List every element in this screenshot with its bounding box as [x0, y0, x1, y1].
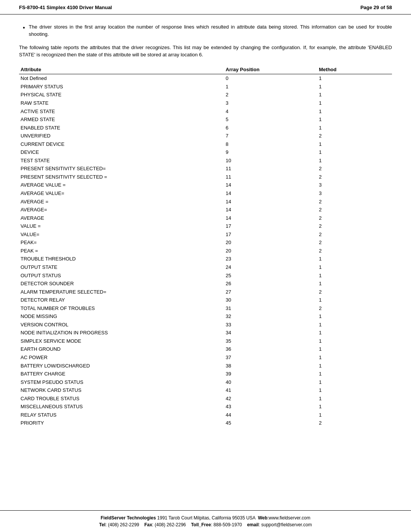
- cell-method: 1: [317, 411, 392, 419]
- cell-method: 1: [317, 386, 392, 395]
- cell-attribute: BATTERY LOW/DISCHARGED: [19, 362, 224, 370]
- table-row: NETWORK CARD STATUS411: [19, 386, 392, 395]
- cell-attribute: UNVERIFIED: [19, 132, 224, 140]
- cell-attribute: PEAK =: [19, 247, 224, 255]
- table-row: VERSION CONTROL331: [19, 321, 392, 329]
- cell-method: 2: [317, 419, 392, 427]
- cell-attribute: BATTERY CHARGE: [19, 370, 224, 378]
- table-row: TROUBLE THRESHOLD231: [19, 255, 392, 263]
- cell-attribute: NODE MISSING: [19, 312, 224, 321]
- table-row: DETECTOR RELAY301: [19, 296, 392, 304]
- cell-array-position: 5: [224, 115, 317, 124]
- cell-array-position: 38: [224, 362, 317, 370]
- cell-array-position: 39: [224, 370, 317, 378]
- cell-method: 2: [317, 222, 392, 230]
- table-row: SIMPLEX SERVICE MODE351: [19, 337, 392, 345]
- page-footer: FieldServer Technologies 1991 Tarob Cour…: [0, 510, 411, 532]
- cell-array-position: 6: [224, 124, 317, 132]
- table-row: AVERAGE VALUE =143: [19, 181, 392, 189]
- page-content: • The driver stores in the first array l…: [0, 14, 411, 510]
- header-page: Page 29 of 58: [360, 5, 392, 10]
- cell-attribute: PRIMARY STATUS: [19, 83, 224, 91]
- table-row: UNVERIFIED72: [19, 132, 392, 140]
- cell-attribute: NETWORK CARD STATUS: [19, 386, 224, 395]
- cell-method: 1: [317, 272, 392, 280]
- cell-array-position: 41: [224, 386, 317, 395]
- footer-spacer3: [243, 522, 246, 527]
- table-row: VALUE =172: [19, 222, 392, 230]
- cell-array-position: 17: [224, 230, 317, 239]
- footer-spacer2: [187, 522, 190, 527]
- bullet-dot: •: [23, 24, 25, 32]
- cell-array-position: 30: [224, 296, 317, 304]
- cell-method: 1: [317, 83, 392, 91]
- table-row: PHYSICAL STATE21: [19, 91, 392, 99]
- cell-array-position: 40: [224, 378, 317, 387]
- cell-attribute: ARMED STATE: [19, 115, 224, 124]
- cell-array-position: 14: [224, 189, 317, 198]
- table-row: DETECTOR SOUNDER261: [19, 280, 392, 288]
- page-header: FS-8700-41 Simplex 4100 Driver Manual Pa…: [0, 0, 411, 14]
- table-row: VALUE=172: [19, 230, 392, 239]
- table-row: ACTIVE STATE41: [19, 107, 392, 116]
- cell-method: 1: [317, 395, 392, 403]
- cell-method: 2: [317, 206, 392, 214]
- cell-array-position: 4: [224, 107, 317, 116]
- footer-fax-value: (408) 262-2296: [155, 522, 186, 527]
- bullet-section: • The driver stores in the first array l…: [19, 24, 392, 38]
- table-row: EARTH GROUND361: [19, 345, 392, 353]
- cell-attribute: RAW STATE: [19, 99, 224, 107]
- cell-array-position: 26: [224, 280, 317, 288]
- cell-method: 1: [317, 107, 392, 116]
- cell-method: 1: [317, 296, 392, 304]
- cell-array-position: 14: [224, 214, 317, 222]
- footer-line1: FieldServer Technologies 1991 Tarob Cour…: [19, 514, 392, 521]
- cell-method: 1: [317, 91, 392, 99]
- bullet-text: The driver stores in the first array loc…: [29, 24, 392, 38]
- cell-attribute: CURRENT DEVICE: [19, 140, 224, 149]
- table-row: TOTAL NUMBER OF TROUBLES312: [19, 304, 392, 313]
- cell-method: 2: [317, 238, 392, 247]
- cell-attribute: TEST STATE: [19, 157, 224, 165]
- cell-method: 1: [317, 157, 392, 165]
- table-row: OUTPUT STATE241: [19, 263, 392, 272]
- cell-attribute: ACTIVE STATE: [19, 107, 224, 116]
- cell-attribute: TROUBLE THRESHOLD: [19, 255, 224, 263]
- cell-array-position: 14: [224, 198, 317, 206]
- cell-attribute: PEAK=: [19, 238, 224, 247]
- cell-attribute: AC POWER: [19, 353, 224, 362]
- cell-array-position: 2: [224, 91, 317, 99]
- cell-method: 3: [317, 181, 392, 189]
- cell-method: 2: [317, 132, 392, 140]
- cell-method: 1: [317, 321, 392, 329]
- table-row: TEST STATE101: [19, 157, 392, 165]
- table-row: ALARM TEMPERATURE SELECTED=272: [19, 288, 392, 296]
- cell-attribute: AVERAGE VALUE=: [19, 189, 224, 198]
- table-row: BATTERY LOW/DISCHARGED381: [19, 362, 392, 370]
- footer-web-value: www.fieldserver.com: [269, 515, 310, 521]
- cell-array-position: 34: [224, 329, 317, 337]
- cell-array-position: 31: [224, 304, 317, 313]
- col-header-attribute: Attribute: [19, 65, 224, 74]
- col-header-array: Array Position: [224, 65, 317, 74]
- table-row: OUTPUT STATUS251: [19, 272, 392, 280]
- cell-attribute: ALARM TEMPERATURE SELECTED=: [19, 288, 224, 296]
- table-row: AVERAGE142: [19, 214, 392, 222]
- cell-method: 1: [317, 403, 392, 411]
- cell-method: 2: [317, 214, 392, 222]
- cell-array-position: 3: [224, 99, 317, 107]
- table-row: PRIMARY STATUS11: [19, 83, 392, 91]
- cell-attribute: VALUE=: [19, 230, 224, 239]
- cell-array-position: 10: [224, 157, 317, 165]
- cell-method: 2: [317, 198, 392, 206]
- cell-array-position: 45: [224, 419, 317, 427]
- footer-tel-colon: :: [105, 522, 108, 527]
- table-row: PRESENT SENSITIVITY SELECTED=112: [19, 165, 392, 173]
- footer-tollfree-label: Toll_Free: [191, 522, 211, 527]
- intro-paragraph: The following table reports the attribut…: [19, 44, 392, 59]
- cell-method: 2: [317, 173, 392, 181]
- table-row: NODE INITIALIZATION IN PROGRESS341: [19, 329, 392, 337]
- cell-method: 1: [317, 353, 392, 362]
- bullet-item: • The driver stores in the first array l…: [19, 24, 392, 38]
- page: FS-8700-41 Simplex 4100 Driver Manual Pa…: [0, 0, 411, 532]
